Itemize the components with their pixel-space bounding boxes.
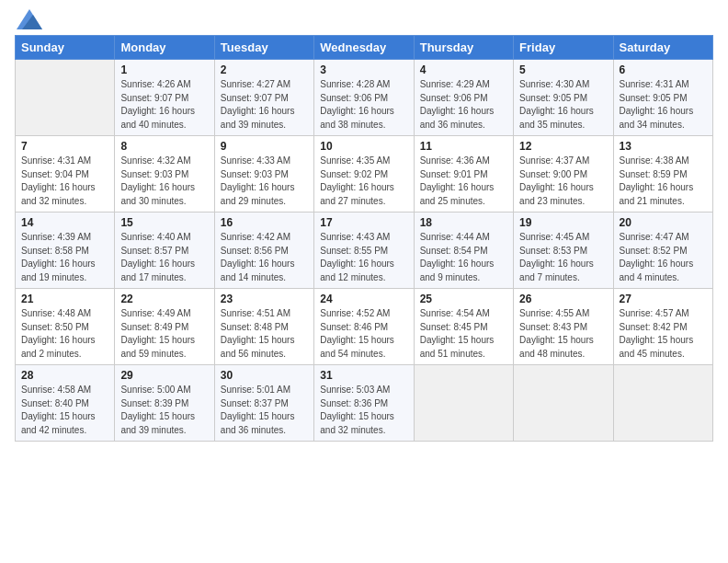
day-number: 17 xyxy=(320,216,407,229)
day-info: Sunrise: 4:49 AMSunset: 8:49 PMDaylight:… xyxy=(120,307,208,361)
day-number: 20 xyxy=(620,216,707,229)
weekday-header: Thursday xyxy=(414,36,513,60)
calendar-cell: 24Sunrise: 4:52 AMSunset: 8:46 PMDayligh… xyxy=(314,289,414,365)
weekday-header: Tuesday xyxy=(214,36,313,60)
calendar-cell: 2Sunrise: 4:27 AMSunset: 9:07 PMDaylight… xyxy=(214,60,313,136)
calendar-cell: 1Sunrise: 4:26 AMSunset: 9:07 PMDaylight… xyxy=(115,60,214,136)
weekday-header: Wednesday xyxy=(314,36,414,60)
calendar-cell: 13Sunrise: 4:38 AMSunset: 8:59 PMDayligh… xyxy=(613,136,712,213)
calendar-cell: 20Sunrise: 4:47 AMSunset: 8:52 PMDayligh… xyxy=(613,213,712,289)
calendar-table: SundayMondayTuesdayWednesdayThursdayFrid… xyxy=(15,35,713,442)
calendar-cell: 5Sunrise: 4:30 AMSunset: 9:05 PMDaylight… xyxy=(514,60,613,136)
calendar-cell: 9Sunrise: 4:33 AMSunset: 9:03 PMDaylight… xyxy=(214,136,313,213)
day-info: Sunrise: 4:57 AMSunset: 8:42 PMDaylight:… xyxy=(620,307,707,361)
day-number: 22 xyxy=(120,293,208,305)
day-number: 3 xyxy=(320,63,407,76)
day-number: 26 xyxy=(519,293,607,305)
calendar-cell: 12Sunrise: 4:37 AMSunset: 9:00 PMDayligh… xyxy=(514,136,613,213)
day-info: Sunrise: 5:00 AMSunset: 8:39 PMDaylight:… xyxy=(120,384,208,437)
day-info: Sunrise: 4:40 AMSunset: 8:57 PMDaylight:… xyxy=(120,231,208,284)
day-number: 23 xyxy=(221,293,308,305)
day-number: 15 xyxy=(120,216,208,229)
calendar-cell: 26Sunrise: 4:55 AMSunset: 8:43 PMDayligh… xyxy=(514,289,613,365)
day-number: 10 xyxy=(320,140,407,153)
day-info: Sunrise: 4:29 AMSunset: 9:06 PMDaylight:… xyxy=(420,78,507,132)
day-number: 24 xyxy=(320,293,407,305)
day-number: 11 xyxy=(420,140,507,153)
day-number: 19 xyxy=(519,216,607,229)
day-number: 31 xyxy=(320,369,407,382)
calendar-cell: 3Sunrise: 4:28 AMSunset: 9:06 PMDaylight… xyxy=(314,60,414,136)
day-number: 7 xyxy=(21,140,108,153)
day-info: Sunrise: 4:47 AMSunset: 8:52 PMDaylight:… xyxy=(620,231,707,284)
day-number: 21 xyxy=(21,293,108,305)
weekday-header: Friday xyxy=(514,36,613,60)
calendar-cell: 16Sunrise: 4:42 AMSunset: 8:56 PMDayligh… xyxy=(214,213,313,289)
calendar-week-row: 28Sunrise: 4:58 AMSunset: 8:40 PMDayligh… xyxy=(16,365,713,442)
calendar-cell: 21Sunrise: 4:48 AMSunset: 8:50 PMDayligh… xyxy=(16,289,115,365)
day-info: Sunrise: 4:54 AMSunset: 8:45 PMDaylight:… xyxy=(420,307,507,361)
calendar-cell: 15Sunrise: 4:40 AMSunset: 8:57 PMDayligh… xyxy=(115,213,214,289)
day-number: 14 xyxy=(21,216,108,229)
calendar-week-row: 21Sunrise: 4:48 AMSunset: 8:50 PMDayligh… xyxy=(16,289,713,365)
day-number: 28 xyxy=(21,369,108,382)
calendar-cell xyxy=(16,60,115,136)
day-number: 18 xyxy=(420,216,507,229)
calendar-cell: 8Sunrise: 4:32 AMSunset: 9:03 PMDaylight… xyxy=(115,136,214,213)
calendar-cell xyxy=(613,365,712,442)
day-number: 12 xyxy=(519,140,607,153)
weekday-header: Monday xyxy=(115,36,214,60)
day-info: Sunrise: 4:30 AMSunset: 9:05 PMDaylight:… xyxy=(519,78,607,132)
calendar-cell xyxy=(414,365,513,442)
day-info: Sunrise: 4:35 AMSunset: 9:02 PMDaylight:… xyxy=(320,155,407,208)
calendar-cell: 25Sunrise: 4:54 AMSunset: 8:45 PMDayligh… xyxy=(414,289,513,365)
calendar-cell: 19Sunrise: 4:45 AMSunset: 8:53 PMDayligh… xyxy=(514,213,613,289)
calendar-cell: 17Sunrise: 4:43 AMSunset: 8:55 PMDayligh… xyxy=(314,213,414,289)
day-info: Sunrise: 4:55 AMSunset: 8:43 PMDaylight:… xyxy=(519,307,607,361)
day-info: Sunrise: 4:31 AMSunset: 9:04 PMDaylight:… xyxy=(21,155,108,208)
day-number: 8 xyxy=(120,140,208,153)
calendar-cell: 7Sunrise: 4:31 AMSunset: 9:04 PMDaylight… xyxy=(16,136,115,213)
day-info: Sunrise: 4:31 AMSunset: 9:05 PMDaylight:… xyxy=(620,78,707,132)
day-info: Sunrise: 4:42 AMSunset: 8:56 PMDaylight:… xyxy=(221,231,308,284)
day-number: 2 xyxy=(221,63,308,76)
day-info: Sunrise: 5:03 AMSunset: 8:36 PMDaylight:… xyxy=(320,384,407,437)
day-number: 16 xyxy=(221,216,308,229)
day-number: 5 xyxy=(519,63,607,76)
day-info: Sunrise: 4:43 AMSunset: 8:55 PMDaylight:… xyxy=(320,231,407,284)
day-info: Sunrise: 4:27 AMSunset: 9:07 PMDaylight:… xyxy=(221,78,308,132)
calendar-cell: 29Sunrise: 5:00 AMSunset: 8:39 PMDayligh… xyxy=(115,365,214,442)
day-info: Sunrise: 4:33 AMSunset: 9:03 PMDaylight:… xyxy=(221,155,308,208)
calendar-cell: 23Sunrise: 4:51 AMSunset: 8:48 PMDayligh… xyxy=(214,289,313,365)
calendar-cell: 10Sunrise: 4:35 AMSunset: 9:02 PMDayligh… xyxy=(314,136,414,213)
day-number: 9 xyxy=(221,140,308,153)
day-info: Sunrise: 4:26 AMSunset: 9:07 PMDaylight:… xyxy=(120,78,208,132)
logo xyxy=(15,9,44,29)
calendar-cell xyxy=(514,365,613,442)
day-number: 30 xyxy=(221,369,308,382)
weekday-header: Sunday xyxy=(16,36,115,60)
day-info: Sunrise: 4:48 AMSunset: 8:50 PMDaylight:… xyxy=(21,307,108,361)
day-info: Sunrise: 4:58 AMSunset: 8:40 PMDaylight:… xyxy=(21,384,108,437)
day-info: Sunrise: 4:44 AMSunset: 8:54 PMDaylight:… xyxy=(420,231,507,284)
day-info: Sunrise: 4:28 AMSunset: 9:06 PMDaylight:… xyxy=(320,78,407,132)
day-info: Sunrise: 4:45 AMSunset: 8:53 PMDaylight:… xyxy=(519,231,607,284)
day-info: Sunrise: 5:01 AMSunset: 8:37 PMDaylight:… xyxy=(221,384,308,437)
day-info: Sunrise: 4:36 AMSunset: 9:01 PMDaylight:… xyxy=(420,155,507,208)
calendar-week-row: 7Sunrise: 4:31 AMSunset: 9:04 PMDaylight… xyxy=(16,136,713,213)
logo-icon xyxy=(17,9,42,29)
calendar-cell: 30Sunrise: 5:01 AMSunset: 8:37 PMDayligh… xyxy=(214,365,313,442)
day-number: 4 xyxy=(420,63,507,76)
day-info: Sunrise: 4:32 AMSunset: 9:03 PMDaylight:… xyxy=(120,155,208,208)
day-info: Sunrise: 4:52 AMSunset: 8:46 PMDaylight:… xyxy=(320,307,407,361)
calendar-cell: 27Sunrise: 4:57 AMSunset: 8:42 PMDayligh… xyxy=(613,289,712,365)
weekday-header: Saturday xyxy=(613,36,712,60)
calendar-header-row: SundayMondayTuesdayWednesdayThursdayFrid… xyxy=(16,36,713,60)
day-number: 6 xyxy=(620,63,707,76)
calendar-cell: 18Sunrise: 4:44 AMSunset: 8:54 PMDayligh… xyxy=(414,213,513,289)
calendar-container: SundayMondayTuesdayWednesdayThursdayFrid… xyxy=(0,0,728,456)
calendar-cell: 22Sunrise: 4:49 AMSunset: 8:49 PMDayligh… xyxy=(115,289,214,365)
calendar-cell: 11Sunrise: 4:36 AMSunset: 9:01 PMDayligh… xyxy=(414,136,513,213)
calendar-cell: 14Sunrise: 4:39 AMSunset: 8:58 PMDayligh… xyxy=(16,213,115,289)
day-number: 13 xyxy=(620,140,707,153)
